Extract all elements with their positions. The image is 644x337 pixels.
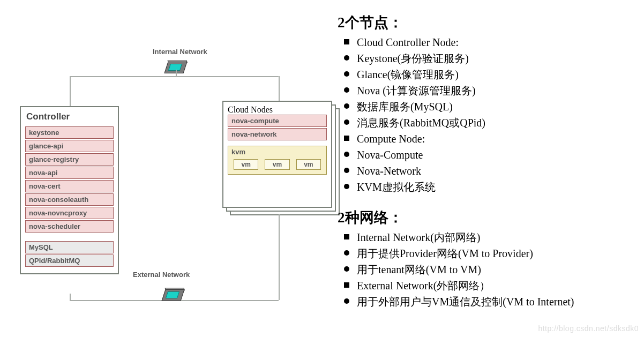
list-item: Nova-Compute [357,147,635,163]
cloud-title: Cloud Nodes [228,105,327,115]
cloud-service-list: nova-computenova-network [228,115,327,140]
vm-row: vmvmvm [231,159,323,170]
networks-heading: 2种网络： [338,208,635,227]
wire [70,294,71,300]
list-item: 用于tenant网络(VM to VM) [357,261,635,278]
list-item: Keystone(身份验证服务) [357,50,635,66]
nodes-list: Cloud Controller Node:Keystone(身份验证服务)Gl… [338,34,635,195]
wire [279,214,280,300]
watermark-text: http://blog.csdn.net/sdksdk0 [538,324,639,333]
list-item: 用于提供Provider网络(VM to Provider) [357,245,635,261]
router-icon [163,289,183,301]
list-item: 消息服务(RabbitMQ或QPid) [357,115,635,131]
list-item: 用于外部用户与VM通信及控制(VM to Internet) [357,294,635,310]
wire [70,76,279,77]
list-item: Nova (计算资源管理服务) [357,83,635,99]
list-item: Cloud Controller Node: [357,34,635,50]
service-row: glance-api [25,140,114,152]
controller-node-box: Controller keystoneglance-apiglance-regi… [20,106,119,274]
service-row: nova-compute [228,115,327,127]
service-row: keystone [25,126,114,139]
kvm-label: kvm [231,148,323,156]
list-item: Glance(镜像管理服务) [357,66,635,83]
infra-row: MySQL [25,241,114,253]
controller-service-list: keystoneglance-apiglance-registrynova-ap… [25,126,114,233]
list-item: Compute Node: [357,131,635,147]
nodes-heading: 2个节点： [338,13,635,32]
cloud-nodes-box: Cloud Nodes nova-computenova-network kvm… [222,101,332,208]
list-item: 数据库服务(MySQL) [357,99,635,115]
service-row: glance-registry [25,153,114,166]
wire [176,70,177,76]
service-row: nova-novncproxy [25,207,114,219]
kvm-box: kvm vmvmvm [228,146,327,175]
service-row: nova-api [25,167,114,179]
list-item: Internal Network(内部网络) [357,229,635,245]
wire [279,76,280,102]
networks-list: Internal Network(内部网络)用于提供Provider网络(VM … [338,229,635,310]
controller-infra-list: MySQLQPid/RabbitMQ [25,241,114,267]
service-row: nova-cert [25,180,114,192]
list-item: KVM虚拟化系统 [357,179,635,195]
list-item: External Network(外部网络） [357,278,635,294]
internal-network-label: Internal Network [153,48,207,56]
vm-box: vm [265,159,289,170]
description-column: 2个节点： Cloud Controller Node:Keystone(身份验… [338,13,635,310]
service-row: nova-scheduler [25,220,114,233]
vm-box: vm [296,159,321,170]
vm-box: vm [234,159,258,170]
service-row: nova-network [228,128,327,140]
infra-row: QPid/RabbitMQ [25,254,114,267]
controller-title: Controller [26,111,114,122]
wire [70,76,71,107]
list-item: Nova-Network [357,163,635,179]
architecture-diagram: Internal Network Controller keystoneglan… [13,48,335,316]
service-row: nova-consoleauth [25,193,114,206]
external-network-label: External Network [133,271,190,279]
